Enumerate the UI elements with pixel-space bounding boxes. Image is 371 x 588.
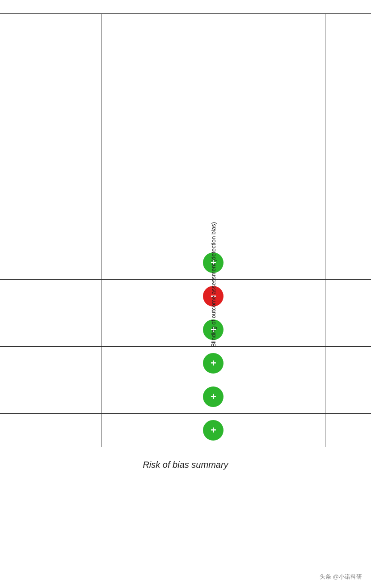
bias-cell-3-3: + bbox=[101, 347, 325, 380]
table-row: SC Hu 2008?+++?−− bbox=[0, 313, 371, 347]
bias-cell-3-4: + bbox=[325, 347, 371, 380]
table-row: Jerry 2004−+?−+++ bbox=[0, 280, 371, 313]
col-header-3: Blinding of outcome assessment (detectio… bbox=[101, 14, 325, 246]
bias-cell-5-4: + bbox=[325, 414, 371, 447]
header-row: Random sequence generation (selection bi… bbox=[0, 14, 371, 246]
bias-cell-0-2: + bbox=[0, 246, 101, 280]
bias-cell-0-4: + bbox=[325, 246, 371, 280]
table-row: ZH Yu 2009++?++++ bbox=[0, 414, 371, 447]
bias-cell-1-4: + bbox=[325, 280, 371, 313]
bias-cell-2-4: ? bbox=[325, 313, 371, 347]
bias-cell-4-2: − bbox=[0, 380, 101, 414]
bias-circle-3-3: + bbox=[203, 353, 223, 374]
table-row: HJ Cao 2005+++++?+ bbox=[0, 246, 371, 280]
bias-table-container: Random sequence generation (selection bi… bbox=[0, 13, 371, 447]
col-header-4: Incomplete outcome data (attrition bias) bbox=[325, 14, 371, 246]
bias-table: Random sequence generation (selection bi… bbox=[0, 13, 371, 447]
bias-cell-5-2: ? bbox=[0, 414, 101, 447]
watermark: 头条 @小诺科研 bbox=[320, 573, 362, 581]
col-header-2: Blinding of participants and personnel (… bbox=[0, 14, 101, 246]
col-label-3: Blinding of outcome assessment (detectio… bbox=[210, 124, 217, 347]
bias-cell-5-3: + bbox=[101, 414, 325, 447]
bias-circle-4-3: + bbox=[203, 386, 223, 407]
bias-cell-2-2: + bbox=[0, 313, 101, 347]
bias-cell-3-2: + bbox=[0, 347, 101, 380]
table-row: Tom 2003+++++?+ bbox=[0, 347, 371, 380]
bias-cell-1-2: ? bbox=[0, 280, 101, 313]
bias-cell-4-3: + bbox=[101, 380, 325, 414]
table-row: YH Jiang 2007+−−++?+ bbox=[0, 380, 371, 414]
bias-circle-5-3: + bbox=[203, 420, 223, 441]
bias-cell-4-4: + bbox=[325, 380, 371, 414]
chart-title: Risk of bias summary bbox=[143, 460, 228, 470]
